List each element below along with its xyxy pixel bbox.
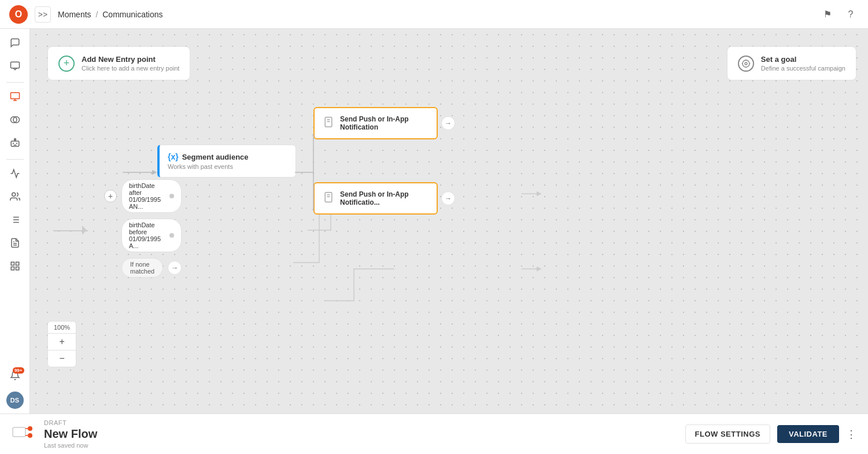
- flow-name: New Flow: [44, 427, 676, 441]
- sidebar-divider-2: [6, 159, 24, 160]
- sidebar-item-chat[interactable]: [5, 34, 25, 54]
- condition-pill-1[interactable]: birthDate after 01/09/1995 AN...: [121, 179, 182, 213]
- sidebar-item-bots[interactable]: [5, 134, 25, 154]
- entry-point-subtitle: Click here to add a new entry point: [82, 65, 179, 72]
- chat-icon: [10, 38, 20, 50]
- goal-text: Set a goal Define a successful campaign: [761, 55, 845, 72]
- flow-settings-button[interactable]: FLOW SETTINGS: [685, 425, 770, 444]
- entry-text: Add New Entry point Click here to add a …: [82, 55, 179, 72]
- notification-node-2[interactable]: Send Push or In-App Notificatio... →: [313, 182, 438, 215]
- sidebar: 99+ DS: [0, 29, 30, 414]
- entry-point-card[interactable]: + Add New Entry point Click here to add …: [47, 46, 190, 80]
- sidebar-item-analytics[interactable]: [5, 164, 25, 185]
- sidebar-item-reports[interactable]: [5, 234, 25, 254]
- notification-node-1[interactable]: Send Push or In-App Notification →: [313, 107, 438, 139]
- segment-node-subtitle: Works with past events: [168, 163, 287, 170]
- notif-node-2-label: Send Push or In-App Notificatio...: [340, 190, 429, 206]
- reports-icon: [10, 238, 20, 250]
- goal-icon: [738, 56, 754, 72]
- bottom-bar: DRAFT New Flow Last saved now FLOW SETTI…: [0, 414, 868, 454]
- lists-icon: [10, 215, 20, 227]
- svg-point-43: [28, 426, 32, 431]
- inbox-icon: [10, 61, 20, 73]
- sidebar-divider-1: [6, 82, 24, 83]
- sidebar-item-lists[interactable]: [5, 211, 25, 231]
- sidebar-item-inbox[interactable]: [5, 57, 25, 77]
- goal-subtitle: Define a successful campaign: [761, 65, 845, 72]
- entry-plus-icon: +: [58, 56, 75, 72]
- app-logo: O: [9, 5, 28, 24]
- svg-point-44: [28, 433, 32, 438]
- segment-icon: {x}: [168, 152, 179, 161]
- flow-icon: [12, 423, 35, 446]
- main-layout: 99+ DS + Add New Entry point Click here …: [0, 29, 868, 414]
- contacts-icon: [10, 191, 20, 204]
- nav-expand-button[interactable]: >>: [35, 6, 51, 23]
- analytics-icon: [10, 168, 20, 181]
- svg-rect-42: [13, 427, 25, 437]
- condition-dot-1: [169, 194, 174, 198]
- svg-rect-21: [16, 262, 19, 265]
- svg-rect-34: [325, 117, 332, 127]
- condition-pill-2[interactable]: birthDate before 01/09/1995 A...: [121, 219, 182, 252]
- validate-button[interactable]: VALIDATE: [777, 425, 839, 443]
- zoom-controls: 100% + −: [47, 321, 76, 367]
- svg-point-25: [743, 60, 749, 67]
- grid-icon: [10, 261, 20, 274]
- help-button[interactable]: ?: [843, 6, 859, 23]
- segment-node-title: {x} Segment audience: [168, 152, 287, 161]
- condition-dot-2: [169, 233, 174, 238]
- svg-rect-23: [16, 267, 19, 270]
- sidebar-item-notifications[interactable]: 99+: [5, 366, 25, 387]
- breadcrumb: Moments / Communications: [58, 10, 812, 19]
- user-avatar[interactable]: DS: [6, 392, 24, 409]
- condition-row-1: + birthDate after 01/09/1995 AN...: [104, 179, 182, 213]
- breadcrumb-part1: Moments: [58, 10, 91, 19]
- canvas: + Add New Entry point Click here to add …: [30, 29, 868, 414]
- none-matched-pill: If none matched: [121, 258, 163, 278]
- none-matched-arrow[interactable]: →: [168, 261, 182, 275]
- notification-badge: 99+: [13, 367, 24, 374]
- campaigns-icon: [10, 91, 20, 104]
- notif-node-1-arrow[interactable]: →: [441, 116, 455, 130]
- sidebar-item-contacts[interactable]: [5, 187, 25, 208]
- svg-rect-1: [10, 93, 19, 99]
- zoom-in-button[interactable]: +: [48, 334, 76, 350]
- zoom-level: 100%: [48, 322, 76, 334]
- notif-node-1-label: Send Push or In-App Notification: [340, 115, 429, 131]
- goal-card[interactable]: Set a goal Define a successful campaign: [727, 46, 856, 80]
- sidebar-item-segments[interactable]: [5, 110, 25, 131]
- svg-rect-22: [11, 267, 14, 270]
- entry-point-title: Add New Entry point: [82, 55, 179, 64]
- flow-name-section: DRAFT New Flow Last saved now: [44, 419, 676, 449]
- condition-row-2: birthDate before 01/09/1995 A...: [121, 219, 182, 252]
- goal-title: Set a goal: [761, 55, 845, 64]
- svg-rect-6: [11, 141, 19, 146]
- svg-rect-37: [325, 193, 332, 202]
- zoom-out-button[interactable]: −: [48, 350, 76, 367]
- last-saved: Last saved now: [44, 442, 676, 449]
- more-options-button[interactable]: ⋮: [846, 428, 856, 441]
- svg-rect-0: [10, 62, 19, 68]
- bots-icon: [10, 138, 20, 150]
- condition-label-2: birthDate before 01/09/1995 A...: [129, 222, 166, 249]
- flag-button[interactable]: ⚑: [819, 6, 836, 23]
- breadcrumb-separator: /: [95, 10, 98, 19]
- segment-node[interactable]: {x} Segment audience Works with past eve…: [157, 145, 296, 178]
- svg-point-11: [12, 193, 15, 196]
- draft-label: DRAFT: [44, 419, 676, 426]
- notif-icon-2: [323, 191, 334, 205]
- bottom-actions: FLOW SETTINGS VALIDATE ⋮: [685, 425, 856, 444]
- notif-node-2-arrow[interactable]: →: [441, 191, 455, 205]
- breadcrumb-part2: Communications: [102, 10, 162, 19]
- conditions-area: + birthDate after 01/09/1995 AN... birth…: [93, 179, 182, 278]
- sidebar-item-campaigns[interactable]: [5, 87, 25, 108]
- condition-label-1: birthDate after 01/09/1995 AN...: [129, 182, 166, 210]
- entry-arrow: [82, 226, 87, 235]
- sidebar-item-grid[interactable]: [5, 257, 25, 278]
- top-bar-actions: ⚑ ?: [819, 6, 859, 23]
- none-matched-row: If none matched →: [121, 258, 182, 278]
- add-condition-button[interactable]: +: [104, 190, 117, 202]
- top-bar: O >> Moments / Communications ⚑ ?: [0, 0, 868, 29]
- svg-point-24: [745, 62, 747, 65]
